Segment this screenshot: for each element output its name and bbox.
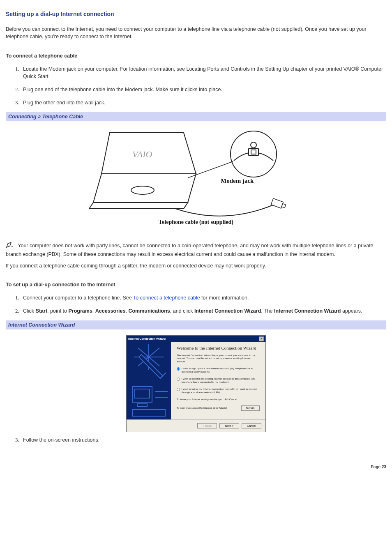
step-2: Plug one end of the telephone cable into… — [21, 86, 386, 93]
link-connect-telephone-cable[interactable]: To connect a telephone cable — [133, 295, 200, 301]
setup-step-1: Connect your computer to a telephone lin… — [21, 294, 386, 302]
wizard-heading: Welcome to the Internet Connection Wizar… — [177, 345, 260, 351]
figure-caption-cable: Connecting a Telephone Cable — [6, 112, 386, 121]
radio-transfer[interactable] — [177, 378, 180, 381]
connect-cable-steps: Locate the Modem jack on your computer. … — [6, 65, 386, 107]
page-number: Page 23 — [6, 464, 386, 470]
note-icon — [6, 242, 14, 250]
radio-new-account[interactable] — [177, 367, 180, 371]
svg-text:VAIO: VAIO — [132, 149, 152, 159]
setup-dialup-steps: Connect your computer to a telephone lin… — [6, 294, 386, 315]
svg-marker-2 — [89, 203, 188, 209]
wizard-option-new-account[interactable]: I want to sign up for a new Internet acc… — [177, 367, 260, 373]
svg-rect-11 — [281, 204, 286, 208]
step-3: Plug the other end into the wall jack. — [21, 99, 386, 106]
setup-step-3: Follow the on-screen instructions. — [21, 436, 386, 444]
svg-rect-7 — [251, 150, 256, 154]
wizard-leave-text: To leave your Internet settings unchange… — [177, 398, 260, 401]
wizard-tutorial-text: To learn more about the Internet, click … — [177, 406, 227, 410]
label-cable: Telephone cable (not supplied) — [159, 219, 233, 226]
step-1: Locate the Modem jack on your computer. … — [21, 65, 386, 80]
section-connect-cable-heading: To connect a telephone cable — [6, 52, 386, 60]
note-splitter: If you connect a telephone cable coming … — [6, 262, 386, 269]
close-icon[interactable]: × — [259, 336, 264, 341]
next-button[interactable]: Next > — [219, 423, 239, 428]
wizard-option-transfer[interactable]: I want to transfer my existing Internet … — [177, 378, 260, 384]
modem-jack-diagram: VAIO Modem jack Telephone cable (not sup… — [81, 129, 311, 227]
back-button: < Back — [197, 423, 217, 428]
figure-telephone-cable: VAIO Modem jack Telephone cable (not sup… — [6, 121, 386, 233]
wizard-description: The Internet Connection Wizard helps you… — [177, 354, 260, 364]
wizard-option-manual[interactable]: I want to set up my Internet connection … — [177, 388, 260, 394]
page-title: Setting up a dial-up Internet connection — [6, 10, 386, 18]
label-modem-jack: Modem jack — [221, 177, 254, 184]
wizard-window: Internet Connection Wizard × — [126, 335, 266, 432]
wizard-footer: < Back Next > Cancel — [127, 419, 265, 432]
cancel-button[interactable]: Cancel — [242, 423, 261, 428]
section-setup-dialup-heading: To set up a dial-up connection to the In… — [6, 281, 386, 288]
intro-paragraph: Before you can connect to the Internet, … — [6, 25, 386, 40]
note-warning: Your computer does not work with party l… — [6, 242, 386, 258]
figure-caption-wizard: Internet Connection Wizard — [6, 320, 386, 329]
setup-dialup-steps-cont: Follow the on-screen instructions. — [6, 436, 386, 444]
wizard-sidebar-graphic — [127, 342, 171, 419]
tutorial-button[interactable]: Tutorial — [241, 405, 260, 411]
svg-marker-1 — [93, 174, 196, 203]
wizard-titlebar: Internet Connection Wizard × — [127, 336, 265, 342]
setup-step-2: Click Start, point to Programs, Accessor… — [21, 307, 386, 315]
radio-manual[interactable] — [177, 388, 180, 391]
